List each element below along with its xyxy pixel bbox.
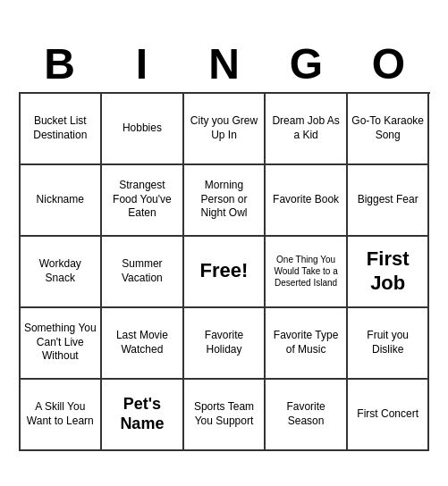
- header-letter: O: [348, 36, 430, 92]
- bingo-cell: First Job: [348, 237, 430, 308]
- bingo-cell: City you Grew Up In: [184, 94, 266, 165]
- bingo-cell: Sports Team You Support: [184, 380, 266, 451]
- bingo-cell: First Concert: [348, 380, 430, 451]
- bingo-cell: Summer Vacation: [102, 237, 184, 308]
- bingo-grid: Bucket List DestinationHobbiesCity you G…: [19, 92, 430, 451]
- header-letter: G: [266, 36, 348, 92]
- bingo-cell: Free!: [184, 237, 266, 308]
- bingo-cell: Fruit you Dislike: [348, 308, 430, 380]
- bingo-cell: Strangest Food You've Eaten: [102, 165, 184, 237]
- bingo-card: BINGO Bucket List DestinationHobbiesCity…: [10, 27, 439, 460]
- header-letter: N: [183, 36, 266, 92]
- bingo-cell: Favorite Type of Music: [266, 308, 348, 380]
- bingo-cell: Morning Person or Night Owl: [184, 165, 266, 237]
- bingo-cell: Favorite Season: [266, 380, 348, 451]
- bingo-cell: Biggest Fear: [348, 165, 430, 237]
- bingo-cell: Favorite Book: [266, 165, 348, 237]
- bingo-cell: Bucket List Destination: [21, 94, 103, 165]
- bingo-cell: Last Movie Watched: [102, 308, 184, 380]
- bingo-cell: Dream Job As a Kid: [266, 94, 348, 165]
- bingo-cell: A Skill You Want to Learn: [21, 380, 103, 451]
- header-letter: I: [101, 36, 183, 92]
- bingo-header: BINGO: [19, 36, 430, 92]
- bingo-cell: Nickname: [21, 165, 103, 237]
- bingo-cell: Go-To Karaoke Song: [348, 94, 430, 165]
- header-letter: B: [19, 36, 101, 92]
- bingo-cell: Something You Can't Live Without: [21, 308, 103, 380]
- bingo-cell: Pet's Name: [102, 380, 184, 451]
- bingo-cell: Favorite Holiday: [184, 308, 266, 380]
- bingo-cell: Workday Snack: [21, 237, 103, 308]
- bingo-cell: One Thing You Would Take to a Deserted I…: [266, 237, 348, 308]
- bingo-cell: Hobbies: [102, 94, 184, 165]
